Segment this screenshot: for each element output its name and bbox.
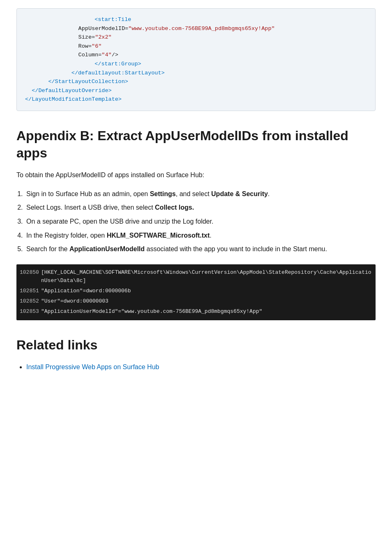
related-links-heading: Related links: [16, 337, 376, 354]
code-line: </DefaultLayoutOverride>: [25, 86, 367, 95]
line-number: 102851: [20, 287, 41, 296]
line-number: 102853: [20, 308, 41, 316]
steps-list: Sign in to Surface Hub as an admin, open…: [25, 189, 376, 254]
step-3: On a separate PC, open the USB drive and…: [25, 216, 376, 227]
related-links-section: Related links Install Progressive Web Ap…: [16, 337, 376, 372]
code-line: AppUserModelID="www.youtube.com-756BE99A…: [25, 24, 367, 33]
related-links-list: Install Progressive Web Apps on Surface …: [26, 362, 376, 372]
related-link[interactable]: Install Progressive Web Apps on Surface …: [26, 363, 159, 370]
line-content: "User"=dword:00000003: [41, 297, 108, 306]
terminal-row: 102852 "User"=dword:00000003: [16, 296, 376, 307]
code-line: </StartLayoutCollection>: [35, 77, 367, 86]
appendix-b-heading: Appendix B: Extract AppUserModelIDs from…: [16, 127, 376, 162]
list-item: Install Progressive Web Apps on Surface …: [26, 362, 376, 372]
line-content: "ApplicationUserModelId"="www.youtube.co…: [41, 308, 262, 316]
step-2: Select Logs. Insert a USB drive, then se…: [25, 202, 376, 213]
terminal-row: 102851 "Application"=dword:0000006b: [16, 286, 376, 296]
step-1: Sign in to Surface Hub as an admin, open…: [25, 189, 376, 199]
code-line: </LayoutModificationTemplate>: [25, 95, 367, 104]
line-number: 102852: [20, 297, 41, 306]
code-line: </defaultlayout:StartLayout>: [45, 69, 367, 78]
line-content: "Application"=dword:0000006b: [41, 287, 131, 296]
code-line: </start:Group>: [55, 60, 367, 69]
code-line: <start:Tile: [55, 15, 367, 24]
line-number: 102850: [20, 268, 41, 286]
line-content: [HKEY_LOCAL_MACHINE\SOFTWARE\Microsoft\W…: [41, 268, 372, 286]
terminal-row: 102850 [HKEY_LOCAL_MACHINE\SOFTWARE\Micr…: [16, 268, 376, 287]
terminal-row: 102853 "ApplicationUserModelId"="www.you…: [16, 307, 376, 317]
code-line: Row="6": [25, 42, 367, 51]
code-line: Size="2x2": [25, 33, 367, 42]
code-line: Column="4"/>: [25, 51, 367, 60]
page-container: <start:Tile AppUserModelID="www.youtube.…: [0, 0, 392, 397]
step-5: Search for the ApplicationUserModelId as…: [25, 244, 376, 254]
xml-code-block: <start:Tile AppUserModelID="www.youtube.…: [16, 8, 376, 111]
step-4: In the Registry folder, open HKLM_SOFTWA…: [25, 230, 376, 241]
terminal-block: 102850 [HKEY_LOCAL_MACHINE\SOFTWARE\Micr…: [16, 264, 376, 320]
intro-paragraph: To obtain the AppUserModelID of apps ins…: [16, 170, 376, 180]
